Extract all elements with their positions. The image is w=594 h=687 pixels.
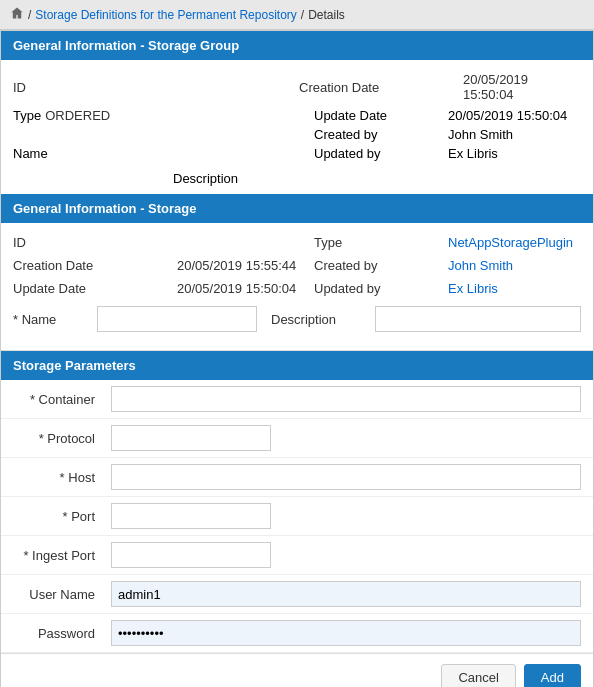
storage-updated-by-value: Ex Libris	[448, 281, 581, 296]
password-row: Password	[1, 614, 593, 653]
storage-section-header: General Information - Storage	[1, 194, 593, 223]
footer: Cancel Add	[1, 653, 593, 687]
storage-id-label: ID	[13, 235, 173, 250]
home-icon	[10, 6, 24, 23]
protocol-label: * Protocol	[13, 431, 103, 446]
group-section-header: General Information - Storage Group	[1, 31, 593, 60]
storage-name-row: * Name Description	[13, 300, 581, 342]
breadcrumb: / Storage Definitions for the Permanent …	[0, 0, 594, 30]
storage-created-by-value: John Smith	[448, 258, 581, 273]
storage-description-label: Description	[261, 312, 371, 327]
group-updated-row: Created by John Smith	[13, 125, 581, 144]
container-label: * Container	[13, 392, 103, 407]
params-section: Storage Parameters * Container * Protoco…	[1, 350, 593, 653]
port-row: * Port	[1, 497, 593, 536]
password-input[interactable]	[111, 620, 581, 646]
group-created-by-value: John Smith	[448, 127, 581, 142]
ingest-port-row: * Ingest Port	[1, 536, 593, 575]
add-button[interactable]: Add	[524, 664, 581, 687]
storage-created-by-label: Created by	[314, 258, 444, 273]
group-id-label: ID	[13, 80, 173, 95]
username-row: User Name	[1, 575, 593, 614]
group-creation-date-value: 20/05/2019 15:50:04	[463, 72, 581, 102]
storage-name-input[interactable]	[97, 306, 257, 332]
params-section-header: Storage Parameters	[1, 351, 593, 380]
username-input[interactable]	[111, 581, 581, 607]
group-creation-date-label: Creation Date	[299, 80, 459, 95]
breadcrumb-sep2: /	[301, 8, 304, 22]
group-update-date-value: 20/05/2019 15:50:04	[448, 108, 581, 123]
group-info: ID Creation Date 20/05/2019 15:50:04 Typ…	[1, 60, 593, 194]
storage-update-date-value: 20/05/2019 15:50:04	[177, 281, 310, 296]
storage-name-label: * Name	[13, 312, 93, 327]
group-updated-by-label: Updated by	[314, 146, 444, 161]
storage-updated-by-label: Updated by	[314, 281, 444, 296]
main-container: General Information - Storage Group ID C…	[0, 30, 594, 687]
group-created-row: Type ORDERED Update Date 20/05/2019 15:5…	[13, 106, 581, 125]
password-label: Password	[13, 626, 103, 641]
host-row: * Host	[1, 458, 593, 497]
group-type-label: Type ORDERED	[13, 108, 173, 123]
storage-info: ID Type NetAppStoragePlugin Creation Dat…	[1, 223, 593, 350]
host-input[interactable]	[111, 464, 581, 490]
storage-creation-date-value: 20/05/2019 15:55:44	[177, 258, 310, 273]
port-label: * Port	[13, 509, 103, 524]
host-label: * Host	[13, 470, 103, 485]
group-updatedby-row: Name Updated by Ex Libris	[13, 144, 581, 169]
protocol-row: * Protocol	[1, 419, 593, 458]
container-row: * Container	[1, 380, 593, 419]
container-input[interactable]	[111, 386, 581, 412]
ingest-port-input[interactable]	[111, 542, 271, 568]
group-update-date-label: Update Date	[314, 108, 444, 123]
protocol-input[interactable]	[111, 425, 271, 451]
group-name-desc-row: Description	[13, 169, 581, 194]
storage-update-date-label: Update Date	[13, 281, 173, 296]
breadcrumb-current: Details	[308, 8, 345, 22]
breadcrumb-link[interactable]: Storage Definitions for the Permanent Re…	[35, 8, 296, 22]
ingest-port-label: * Ingest Port	[13, 548, 103, 563]
group-name-label: Name	[13, 146, 173, 161]
group-description-label: Description	[173, 171, 581, 186]
group-type-value: ORDERED	[45, 108, 110, 123]
group-created-by-label: Created by	[314, 127, 444, 142]
storage-creation-row: Creation Date 20/05/2019 15:55:44 Create…	[13, 254, 581, 277]
group-updated-by-value: Ex Libris	[448, 146, 581, 161]
port-input[interactable]	[111, 503, 271, 529]
storage-type-label: Type	[314, 235, 444, 250]
storage-id-row: ID Type NetAppStoragePlugin	[13, 231, 581, 254]
group-row-1: ID Creation Date 20/05/2019 15:50:04	[13, 68, 581, 106]
cancel-button[interactable]: Cancel	[441, 664, 515, 687]
breadcrumb-sep: /	[28, 8, 31, 22]
username-label: User Name	[13, 587, 103, 602]
storage-creation-date-label: Creation Date	[13, 258, 173, 273]
storage-type-value: NetAppStoragePlugin	[448, 235, 581, 250]
storage-description-input[interactable]	[375, 306, 581, 332]
storage-update-row: Update Date 20/05/2019 15:50:04 Updated …	[13, 277, 581, 300]
